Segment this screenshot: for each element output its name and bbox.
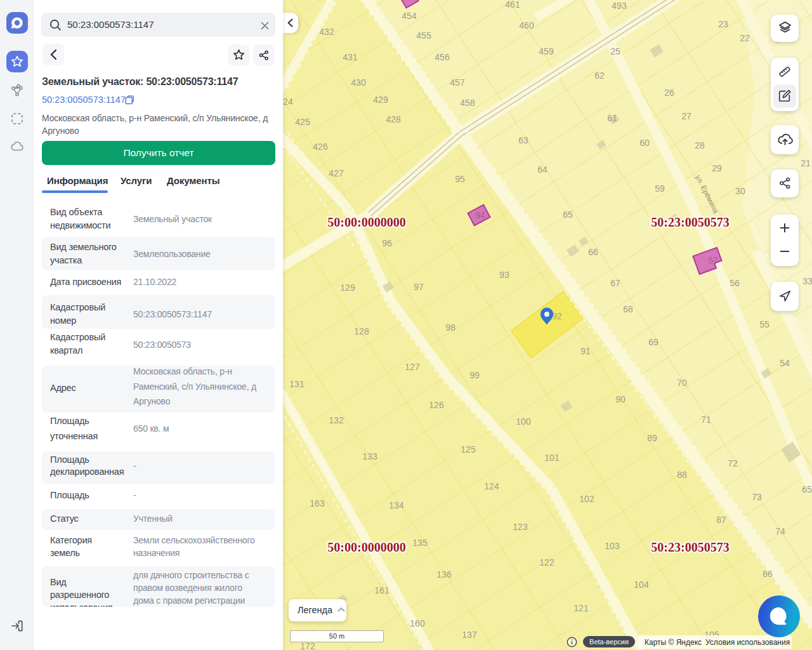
svg-text:74: 74 [775,526,785,536]
svg-text:98: 98 [445,322,455,333]
svg-text:122: 122 [539,557,554,567]
svg-text:126: 126 [429,400,444,410]
svg-text:100: 100 [516,416,531,427]
svg-text:134: 134 [389,500,404,510]
svg-text:124: 124 [484,481,499,491]
svg-text:61: 61 [607,113,617,123]
svg-text:59: 59 [655,183,665,194]
svg-text:33: 33 [802,276,812,286]
svg-text:65: 65 [563,209,573,220]
svg-text:21: 21 [801,158,811,168]
svg-text:50:23:0050573: 50:23:0050573 [651,215,729,229]
svg-text:25: 25 [610,46,620,56]
svg-text:172: 172 [300,641,315,650]
svg-text:65: 65 [802,484,812,494]
svg-text:89: 89 [647,433,657,443]
svg-text:86: 86 [763,569,773,579]
svg-text:57: 57 [708,255,718,265]
svg-text:93: 93 [499,270,509,280]
svg-text:129: 129 [340,282,355,293]
svg-text:133: 133 [362,451,377,461]
svg-text:55: 55 [759,319,769,329]
svg-text:131: 131 [289,379,304,389]
svg-text:97: 97 [414,282,424,292]
svg-text:71: 71 [701,415,711,425]
svg-text:66: 66 [588,247,598,257]
svg-text:135: 135 [412,538,428,548]
svg-text:493: 493 [612,1,627,11]
svg-text:73: 73 [752,492,762,502]
svg-text:26: 26 [664,88,674,98]
svg-text:95: 95 [455,174,465,184]
svg-text:432: 432 [319,27,334,37]
svg-text:56: 56 [730,278,740,288]
svg-text:50:00:0000000: 50:00:0000000 [327,215,405,229]
svg-text:461: 461 [505,0,520,10]
svg-text:425: 425 [295,117,310,127]
svg-text:70: 70 [677,378,687,388]
svg-text:125: 125 [461,444,476,454]
svg-text:60: 60 [639,138,650,148]
svg-text:62: 62 [594,70,605,81]
svg-text:426: 426 [313,142,328,152]
svg-text:28: 28 [695,140,705,150]
svg-text:68: 68 [623,304,633,314]
svg-text:104: 104 [634,580,649,590]
svg-text:29: 29 [712,163,722,173]
svg-text:456: 456 [435,52,450,62]
svg-text:428: 428 [386,114,401,124]
svg-text:88: 88 [677,470,687,480]
svg-text:72: 72 [728,458,738,468]
svg-text:90: 90 [615,394,625,404]
svg-text:431: 431 [343,52,358,62]
svg-text:23: 23 [718,19,728,29]
svg-text:87: 87 [716,515,726,525]
svg-text:101: 101 [544,453,560,463]
svg-text:430: 430 [351,77,366,88]
svg-text:50:23:0050573: 50:23:0050573 [651,540,729,554]
svg-text:63: 63 [518,135,528,145]
svg-text:94: 94 [475,210,485,220]
svg-text:160: 160 [410,618,425,628]
svg-text:27: 27 [681,111,691,121]
svg-text:67: 67 [610,278,620,288]
svg-text:103: 103 [605,541,620,551]
svg-text:454: 454 [402,11,417,21]
svg-text:429: 429 [373,95,388,105]
svg-text:128: 128 [354,326,369,336]
svg-text:460: 460 [519,20,534,30]
svg-text:91: 91 [580,346,591,356]
svg-text:132: 132 [329,415,344,425]
svg-text:22: 22 [740,33,750,43]
svg-text:137: 137 [462,630,477,640]
svg-text:102: 102 [579,494,594,504]
svg-text:427: 427 [329,168,344,178]
svg-text:99: 99 [469,370,480,380]
svg-text:96: 96 [382,238,392,248]
svg-text:459: 459 [539,46,554,56]
svg-text:50:00:0000000: 50:00:0000000 [327,540,405,554]
svg-text:163: 163 [310,498,325,508]
svg-text:69: 69 [648,337,658,347]
svg-text:123: 123 [513,522,528,532]
svg-text:455: 455 [416,30,431,41]
svg-text:30: 30 [735,186,745,196]
svg-text:127: 127 [405,362,420,372]
svg-text:458: 458 [460,98,475,108]
svg-text:136: 136 [436,569,452,580]
svg-text:64: 64 [537,164,547,175]
svg-text:54: 54 [780,358,790,368]
svg-text:457: 457 [450,77,465,88]
svg-text:92: 92 [552,311,562,321]
svg-text:121: 121 [573,603,589,613]
svg-text:161: 161 [374,585,390,595]
